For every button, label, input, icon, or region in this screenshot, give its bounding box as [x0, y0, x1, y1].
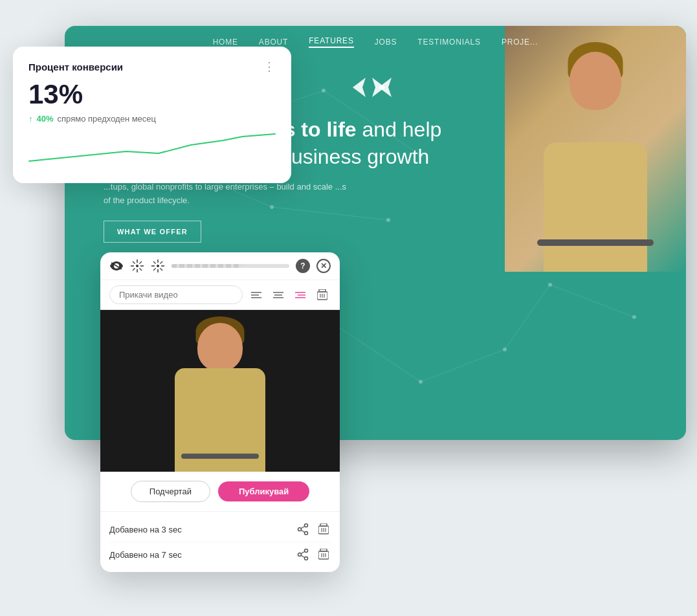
svg-line-62: [301, 530, 304, 533]
editor-actions: Подчертай Публикувай: [100, 472, 340, 512]
timeline-label-1: Добавено на 3 sec: [109, 525, 296, 534]
svg-line-71: [301, 551, 304, 554]
video-editor-card: ? ✕ Подчертай Публикувай Д: [100, 252, 340, 572]
sparkle-icon-1[interactable]: [130, 259, 144, 273]
svg-line-43: [153, 269, 156, 271]
hero-photo: [505, 26, 686, 272]
nav-projects[interactable]: PROJE...: [502, 38, 538, 47]
svg-line-42: [160, 261, 163, 264]
nav-jobs[interactable]: JOBS: [375, 38, 397, 47]
trend-label: спрямо предходен месец: [58, 114, 157, 124]
svg-point-26: [136, 265, 138, 267]
svg-line-34: [133, 269, 135, 271]
svg-point-70: [298, 553, 302, 556]
share-icon-1[interactable]: [296, 522, 310, 536]
trend-value: 40%: [37, 114, 54, 124]
conversion-trend: ↑ 40% спрямо предходен месец: [28, 114, 276, 124]
editor-toolbar: ? ✕: [100, 252, 340, 280]
svg-line-31: [133, 261, 135, 264]
progress-bar: [171, 264, 289, 268]
nav-about[interactable]: ABOUT: [259, 38, 288, 47]
delete-icon-2[interactable]: [316, 547, 331, 562]
sparkle-icon-2[interactable]: [151, 259, 165, 273]
svg-rect-57: [319, 289, 326, 292]
svg-point-35: [157, 265, 159, 267]
trend-arrow-icon: ↑: [28, 114, 33, 124]
video-preview: [100, 310, 340, 472]
svg-line-6: [505, 285, 550, 349]
editor-input-row: [100, 280, 340, 310]
align-right-button[interactable]: [292, 287, 309, 303]
svg-point-59: [305, 532, 308, 535]
svg-line-32: [140, 269, 142, 271]
svg-point-19: [632, 315, 636, 319]
svg-line-61: [301, 526, 304, 529]
svg-line-33: [140, 261, 142, 264]
svg-line-41: [160, 269, 163, 271]
hero-subtext: ...tups, global nonprofits to large ente…: [104, 181, 349, 208]
editor-timeline: Добавено на 3 sec Добавено на 7 sec: [100, 512, 340, 572]
delete-button[interactable]: [314, 287, 331, 303]
svg-point-18: [548, 283, 552, 287]
conversion-card: Процент конверсии ⋮ 13% ↑ 40% спрямо пре…: [13, 47, 291, 183]
conversion-title: Процент конверсии: [28, 61, 123, 72]
publish-button[interactable]: Публикувай: [218, 481, 309, 501]
delete-icon-1[interactable]: [316, 522, 331, 536]
svg-point-60: [298, 528, 302, 531]
hide-icon[interactable]: [109, 259, 124, 273]
svg-point-69: [305, 557, 308, 560]
svg-rect-67: [320, 523, 327, 526]
help-button[interactable]: ?: [296, 259, 310, 273]
nav-testimonials[interactable]: TESTIMONIALS: [417, 38, 481, 47]
svg-point-20: [419, 380, 423, 384]
video-attach-input[interactable]: [109, 285, 243, 304]
nav-features[interactable]: FEATURES: [309, 36, 354, 48]
svg-point-17: [503, 347, 507, 351]
svg-point-12: [322, 89, 326, 93]
svg-line-40: [153, 261, 156, 264]
timeline-icons-2: [296, 547, 331, 562]
conversion-value: 13%: [28, 79, 276, 110]
more-options-button[interactable]: ⋮: [263, 60, 276, 74]
site-logo: [349, 71, 401, 104]
timeline-item-2: Добавено на 7 sec: [109, 542, 331, 567]
timeline-label-2: Добавено на 7 sec: [109, 550, 296, 560]
underline-button[interactable]: Подчертай: [131, 481, 210, 502]
conversion-header: Процент конверсии ⋮: [28, 60, 276, 74]
share-icon-2[interactable]: [296, 547, 310, 562]
svg-point-58: [305, 524, 308, 527]
svg-line-72: [301, 555, 304, 558]
mini-chart: [28, 129, 276, 170]
timeline-item-1: Добавено на 3 sec: [109, 517, 331, 542]
nav-home[interactable]: HOME: [213, 38, 238, 47]
svg-rect-77: [320, 549, 327, 551]
align-center-button[interactable]: [270, 287, 287, 303]
svg-point-68: [305, 549, 308, 553]
timeline-icons-1: [296, 522, 331, 536]
align-left-button[interactable]: [248, 287, 265, 303]
what-we-offer-button[interactable]: WHAT WE OFFER: [104, 221, 201, 243]
close-button[interactable]: ✕: [316, 259, 331, 273]
svg-line-8: [421, 349, 505, 382]
svg-line-7: [550, 285, 634, 317]
